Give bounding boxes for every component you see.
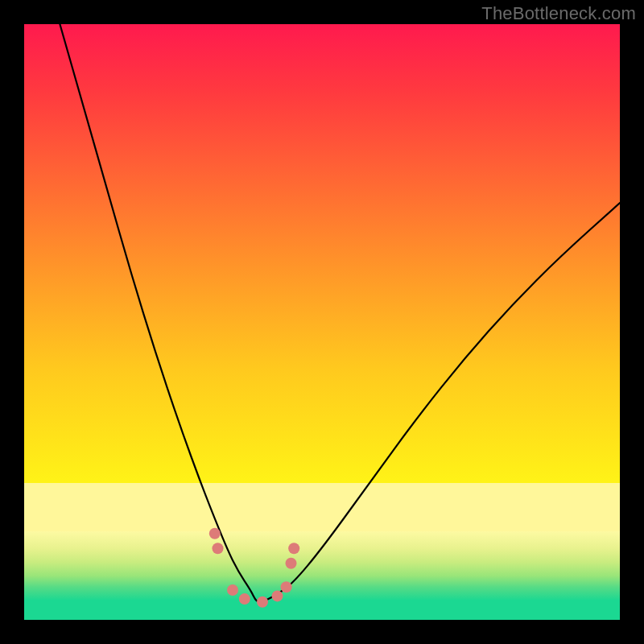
marker-point [227,584,238,596]
attribution-text: TheBottleneck.com [481,3,636,24]
marker-point [257,597,268,608]
curve-layer [24,24,620,620]
bottleneck-curve [60,24,620,602]
marker-point [209,528,221,539]
chart-frame: TheBottleneck.com [0,0,644,644]
marker-point [281,581,292,592]
marker-point [272,590,283,601]
plot-area [24,24,620,620]
marker-point [239,593,250,605]
marker-point [213,543,224,554]
marker-point [288,543,299,554]
marker-point [286,558,297,569]
